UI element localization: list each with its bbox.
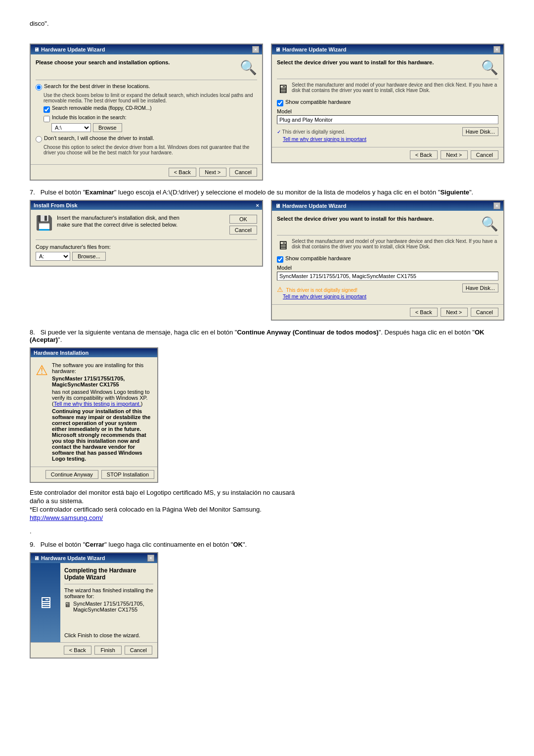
intro-text: disco". xyxy=(30,20,504,27)
monitor2-icon: 🖥 xyxy=(277,238,289,252)
disk-browse[interactable]: Browse... xyxy=(72,252,106,261)
have-disk-btn[interactable]: Have Disk... xyxy=(462,127,498,136)
wizard3-close[interactable]: × xyxy=(493,202,500,209)
digital-sig-warn: ⚠ This driver is not digitally signed! xyxy=(277,285,366,293)
hw-install-titlebar: Hardware Installation xyxy=(31,348,157,357)
model-label: Model xyxy=(277,108,498,114)
hw-line4: Continuing your installation of this sof… xyxy=(52,408,152,462)
check-location[interactable] xyxy=(44,116,50,122)
step7-text: 7. Pulse el botón "Examinar" luego escoj… xyxy=(30,189,504,196)
wizard3-next[interactable]: Next > xyxy=(441,308,468,317)
digital-sig: ✓ This driver is digitally signed. xyxy=(277,129,366,135)
wizard2-icon: 🔍 xyxy=(481,59,498,76)
wizard3-titlebar: 🖥 Hardware Update Wizard × xyxy=(272,201,503,211)
completing-finish-note: Click Finish to close the wizard. xyxy=(64,632,153,638)
wizard1-cancel[interactable]: Cancel xyxy=(229,168,257,177)
have-disk3-btn[interactable]: Have Disk... xyxy=(462,284,498,292)
step9-text: 9. Pulse el botón "Cerrar" luego haga cl… xyxy=(30,541,504,548)
wizard1-titlebar: 🖥 Hardware Update Wizard × xyxy=(31,45,262,54)
wizard1-close[interactable]: × xyxy=(252,46,259,53)
model-value: Plug and Play Monitor xyxy=(277,115,498,124)
wizard-new-model: 🖥 Hardware Update Wizard × Select the de… xyxy=(271,200,504,321)
browse1-button[interactable]: Browse xyxy=(93,123,122,132)
radio-choose[interactable] xyxy=(36,136,42,142)
stop-install-btn[interactable]: STOP Installation xyxy=(101,470,154,479)
radio1-sub: Use the check boxes below to limit or ex… xyxy=(44,93,257,103)
wizard-select-driver: 🖥 Hardware Update Wizard × Select the de… xyxy=(271,44,504,181)
wizard2-titlebar: 🖥 Hardware Update Wizard × xyxy=(272,45,503,54)
wizard2-cancel[interactable]: Cancel xyxy=(471,150,498,159)
hw-warning-icon: ⚠ xyxy=(36,362,48,462)
hw-install-container: Hardware Installation ⚠ The software you… xyxy=(30,347,504,483)
hw-line2: SyncMaster 1715/1755/1705, MagicSyncMast… xyxy=(52,376,152,387)
wizard3-cancel[interactable]: Cancel xyxy=(471,308,498,317)
wizard2-next[interactable]: Next > xyxy=(441,150,468,159)
continue-anyway-btn[interactable]: Continue Anyway xyxy=(45,470,98,479)
completing-wizard-icon: 🖥 xyxy=(38,594,53,612)
wizard1-back[interactable]: < Back xyxy=(169,168,196,177)
copy-label: Copy manufacturer's files from: xyxy=(36,244,257,250)
wizard2-close[interactable]: × xyxy=(493,46,500,53)
step8-text: 8. Si puede ver la siguiente ventana de … xyxy=(30,329,504,343)
completing-left-panel: 🖥 xyxy=(31,563,60,642)
install-disk-close[interactable]: × xyxy=(256,202,259,208)
disk-ok[interactable]: OK xyxy=(229,215,257,224)
completing-monitor-icon: 🖥 xyxy=(64,601,71,609)
completing-finish[interactable]: Finish xyxy=(94,646,122,655)
wizard2-description: Select the manufacturer and model of you… xyxy=(292,82,498,96)
top-wizard-pair: 🖥 Hardware Update Wizard × Please choose… xyxy=(30,44,504,181)
monitor-icon: 🖥 xyxy=(277,82,289,96)
wizard3-header: Select the device driver you want to ins… xyxy=(277,216,477,222)
completing-wizard-container: 🖥 Hardware Update Wizard × 🖥 Completing … xyxy=(30,552,504,659)
model3-label: Model xyxy=(277,265,498,271)
hw-line3: has not passed Windows Logo testing to v… xyxy=(52,389,152,407)
completing-titlebar: 🖥 Hardware Update Wizard × xyxy=(31,553,157,563)
wizard3-back[interactable]: < Back xyxy=(410,308,438,317)
step8-note1: Este controlador del monitor está bajo e… xyxy=(30,489,504,496)
hw-link[interactable]: Tell me why this testing is important. xyxy=(54,401,141,407)
disk-cancel[interactable]: Cancel xyxy=(229,226,257,235)
step8-note2: daño a su sistema. xyxy=(30,497,504,505)
digital-sig-link[interactable]: Tell me why driver signing is important xyxy=(283,137,366,142)
disk-desc1: Insert the manufacturer's installation d… xyxy=(57,215,179,221)
completing-cancel[interactable]: Cancel xyxy=(125,646,152,655)
completing-header: Completing the Hardware Update Wizard xyxy=(64,567,153,581)
wizard1-icon: 🔍 xyxy=(240,59,257,76)
location-dropdown[interactable]: A:\ xyxy=(51,123,91,132)
wizard2-back[interactable]: < Back xyxy=(410,150,438,159)
check-compatible3[interactable] xyxy=(277,256,283,263)
disk-icon: 💾 xyxy=(36,215,53,231)
completing-back[interactable]: < Back xyxy=(64,646,91,655)
wizard3-description: Select the manufacturer and model of you… xyxy=(292,238,498,252)
install-disk-titlebar: Install From Disk × xyxy=(31,201,262,210)
hw-line1: The software you are installing for this… xyxy=(52,362,152,374)
model3-value: SyncMaster 1715/1755/1705, MagicSyncMast… xyxy=(277,272,498,281)
digital-sig3-link[interactable]: Tell me why driver signing is important xyxy=(283,294,366,299)
wizard1-header: Please choose your search and installati… xyxy=(36,59,236,65)
completing-line1: The wizard has finished installing the s… xyxy=(64,587,153,599)
second-wizard-pair: Install From Disk × 💾 Insert the manufac… xyxy=(30,200,504,321)
wizard3-icon: 🔍 xyxy=(481,216,498,232)
step8-link: http://www.samsung.com/ xyxy=(30,514,504,521)
completing-model: SyncMaster 1715/1755/1705, MagicSyncMast… xyxy=(73,601,153,613)
check-compatible[interactable] xyxy=(277,100,283,106)
radio2-sub: Choose this option to select the device … xyxy=(44,144,257,155)
check-removable[interactable] xyxy=(44,106,50,113)
dot-separator: . xyxy=(30,527,504,535)
wizard2-header: Select the device driver you want to ins… xyxy=(277,59,477,65)
drive-select[interactable]: A: xyxy=(36,252,70,261)
step8-note3: *El controlador certificado será colocad… xyxy=(30,506,504,513)
wizard1-next[interactable]: Next > xyxy=(199,168,226,177)
completing-close[interactable]: × xyxy=(147,555,154,562)
install-from-disk-section: Install From Disk × 💾 Insert the manufac… xyxy=(30,200,263,321)
radio-search[interactable] xyxy=(36,84,42,91)
disk-desc2: make sure that the correct drive is sele… xyxy=(57,222,179,228)
wizard-search-options: 🖥 Hardware Update Wizard × Please choose… xyxy=(30,44,263,181)
completing-right-panel: Completing the Hardware Update Wizard Th… xyxy=(60,563,157,642)
